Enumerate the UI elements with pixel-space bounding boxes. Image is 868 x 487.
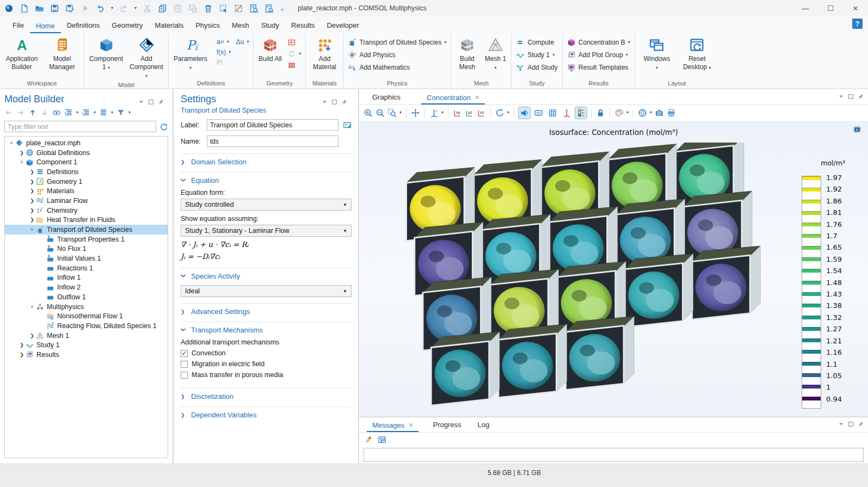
tree-item-plate-reactor-mph[interactable]: ˅plate_reactor.mph	[5, 138, 168, 148]
panel-menu-icon[interactable]	[138, 99, 144, 105]
add-physics-button[interactable]: Add Physics	[346, 50, 448, 60]
panel-menu-icon[interactable]	[322, 99, 328, 105]
collapse-arrow-icon[interactable]: ˅	[8, 140, 15, 146]
redo-icon[interactable]	[119, 4, 128, 13]
mesh1-button[interactable]: Mesh 1 ▾	[482, 34, 509, 72]
view-xz-icon[interactable]: xz	[477, 108, 486, 118]
collapse-arrow-icon[interactable]: ˅	[29, 304, 35, 310]
expand-arrow-icon[interactable]: ❯	[19, 342, 25, 348]
tree-item-reactions-1[interactable]: Reactions 1	[5, 263, 168, 273]
virtual-operations-button[interactable]	[285, 60, 303, 70]
tree-item-no-flux-1[interactable]: DNo Flux 1	[5, 244, 168, 254]
save-as-icon[interactable]	[65, 4, 75, 13]
section-header-domain-selection[interactable]: ❯Domain Selection	[181, 158, 352, 166]
tab-results[interactable]: Results	[285, 18, 321, 33]
tree-item-global-definitions[interactable]: ❯Global Definitions	[5, 148, 168, 158]
tree-item-study-1[interactable]: ❯Study 1	[5, 340, 168, 350]
clear-messages-icon[interactable]	[365, 435, 373, 444]
expand-arrow-icon[interactable]: ❯	[29, 217, 35, 223]
compute-button[interactable]: Compute	[514, 38, 559, 47]
select-icon[interactable]	[219, 4, 228, 13]
preview-report-icon[interactable]	[249, 4, 258, 13]
study1-button[interactable]: Study 1▾	[514, 50, 559, 60]
lock-icon[interactable]	[596, 108, 605, 118]
expand-arrow-icon[interactable]: ❯	[29, 188, 35, 194]
play-icon[interactable]	[81, 4, 90, 13]
filter-icon[interactable]	[116, 108, 125, 117]
tree-item-geometry-1[interactable]: ❯AGeometry 1	[5, 177, 168, 187]
tree-item-reacting-flow-diluted-species-1[interactable]: Reacting Flow, Diluted Species 1	[5, 321, 168, 331]
tree-item-heat-transfer-in-fluids[interactable]: ❯Heat Transfer in Fluids	[5, 215, 168, 225]
move-down-icon[interactable]	[40, 108, 49, 117]
section-header-dependent-variables[interactable]: ❯Dependent Variables	[181, 411, 352, 419]
clear-selection-icon[interactable]	[234, 4, 243, 13]
tab-concentration[interactable]: Concentration✕	[421, 91, 485, 105]
species-activity-select[interactable]: Ideal▼	[181, 285, 352, 297]
name-field-input[interactable]	[207, 135, 338, 147]
tree-item-materials[interactable]: ❯Materials	[5, 186, 168, 196]
expand-arrow-icon[interactable]: ❯	[19, 150, 25, 156]
tab-graphics[interactable]: Graphics	[367, 90, 406, 104]
copy-icon[interactable]	[158, 4, 167, 13]
tab-geometry[interactable]: Geometry	[106, 18, 149, 33]
section-header-equation[interactable]: ❯Equation	[181, 176, 352, 184]
tab-developer[interactable]: Developer	[321, 18, 365, 33]
color-palette-icon[interactable]	[614, 108, 624, 118]
delete-icon[interactable]	[204, 4, 213, 13]
tree-item-inflow-1[interactable]: Inflow 1	[5, 273, 168, 283]
close-tab-icon[interactable]: ✕	[408, 422, 413, 429]
zoom-extents-icon[interactable]	[411, 108, 420, 118]
update-geometry-button[interactable]: ▾	[285, 49, 303, 59]
maximize-button[interactable]: ☐	[818, 0, 843, 16]
preview-report-alt-icon[interactable]	[264, 4, 274, 13]
tab-log[interactable]: Log	[472, 418, 495, 432]
new-file-icon[interactable]	[20, 4, 29, 13]
zoom-out-icon[interactable]	[375, 108, 385, 118]
tab-mesh[interactable]: Mesh	[226, 18, 255, 33]
tree-item-component-1[interactable]: ˅Component 1	[5, 157, 168, 167]
expand-arrow-icon[interactable]: ❯	[29, 198, 35, 204]
section-header-transport-mechanisms[interactable]: ❯Transport Mechanisms	[181, 326, 352, 334]
collapse-icon[interactable]	[64, 108, 73, 117]
tree-item-laminar-flow[interactable]: ❯Laminar Flow	[5, 196, 168, 206]
variables-button[interactable]: a=▾Δu▾	[214, 38, 251, 46]
back-icon[interactable]	[4, 108, 13, 117]
rename-icon[interactable]	[343, 121, 352, 130]
show-icon[interactable]	[52, 108, 61, 117]
forward-icon[interactable]	[16, 108, 25, 117]
result-templates-button[interactable]: Result Templates	[565, 63, 632, 72]
functions-button[interactable]: f(x)▾	[214, 48, 251, 57]
parameters-button[interactable]: Pi Parameters ▾	[171, 34, 210, 72]
panel-float-icon[interactable]	[848, 421, 854, 427]
refresh-icon[interactable]	[159, 122, 168, 131]
environment-icon[interactable]	[638, 108, 647, 118]
plot-area[interactable]: Isosurface: Concentration (mol/m³) mol/m…	[359, 121, 868, 416]
expand-arrow-icon[interactable]: ❯	[19, 352, 25, 357]
tab-study[interactable]: Study	[255, 18, 285, 33]
tab-physics[interactable]: Physics	[189, 18, 226, 33]
collapse-arrow-icon[interactable]: ˅	[29, 227, 35, 232]
tree-item-outflow-1[interactable]: Outflow 1	[5, 292, 168, 302]
close-tab-icon[interactable]: ✕	[475, 94, 479, 101]
tree-item-inflow-2[interactable]: Inflow 2	[5, 282, 168, 292]
expand-arrow-icon[interactable]: ❯	[29, 208, 35, 213]
plot-window-icon[interactable]	[853, 125, 861, 134]
duplicate-icon[interactable]	[188, 4, 198, 13]
redo-caret-icon[interactable]: ▾	[134, 6, 137, 10]
save-icon[interactable]	[50, 4, 59, 13]
panel-menu-icon[interactable]	[838, 94, 844, 100]
expand-arrow-icon[interactable]: ❯	[29, 179, 35, 184]
show-equation-select[interactable]: Study 1, Stationary - Laminar Flow▼	[181, 225, 352, 237]
zoom-in-icon[interactable]	[364, 108, 373, 118]
build-mesh-button[interactable]: Build Mesh	[453, 34, 481, 72]
plot-group-button[interactable]: Concentration B▾	[565, 38, 632, 47]
checkbox-porous-media[interactable]: Mass transfer in porous media	[181, 371, 352, 379]
section-header-species-activity[interactable]: ❯Species Activity	[181, 272, 352, 280]
expand-arrow-icon[interactable]: ❯	[29, 333, 35, 338]
rotate-icon[interactable]	[495, 108, 504, 118]
windows-button[interactable]: Windows▾	[637, 34, 676, 72]
filter-input[interactable]	[4, 121, 156, 132]
add-mathematics-button[interactable]: ΔuAdd Mathematics	[346, 63, 448, 72]
model-manager-button[interactable]: Model Manager	[42, 34, 82, 72]
tree-item-results[interactable]: ❯Results	[5, 350, 168, 360]
